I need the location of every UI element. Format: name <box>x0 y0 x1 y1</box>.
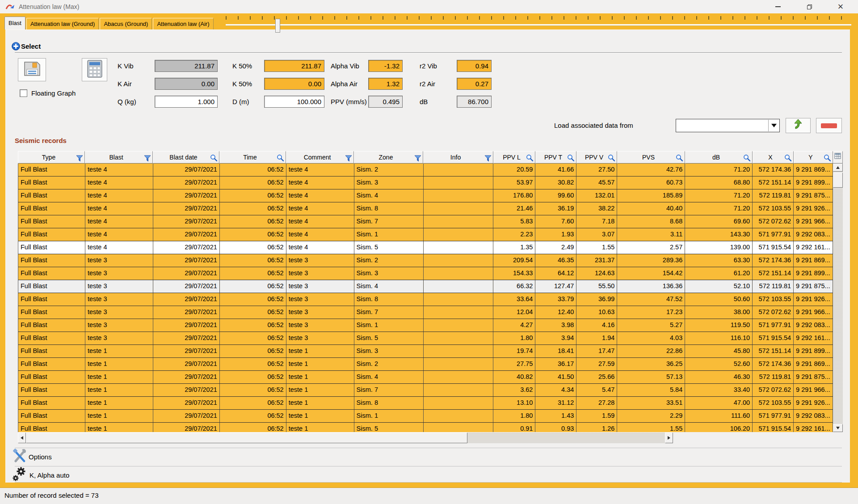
tab-attenuation-law-ground[interactable]: Attenuation law (Ground) <box>26 18 99 29</box>
search-icon[interactable] <box>277 154 284 165</box>
options-section-header[interactable]: Options <box>15 448 842 465</box>
cell-type: Full Blast <box>18 332 85 344</box>
load-data-combobox[interactable] <box>676 119 780 132</box>
combobox-dropdown-button[interactable] <box>768 120 779 131</box>
field-alpha-vib-0[interactable]: -1.32 <box>368 60 403 72</box>
cell-blast: teste 3 <box>85 332 153 344</box>
cell-blast-date: 29/07/2021 <box>153 345 220 357</box>
search-icon[interactable] <box>824 154 831 165</box>
search-icon[interactable] <box>526 154 534 165</box>
add-select-icon <box>12 42 20 52</box>
scroll-right-button[interactable] <box>665 433 673 443</box>
search-icon[interactable] <box>676 154 683 165</box>
floating-graph-checkbox[interactable] <box>20 89 27 97</box>
column-header-db[interactable]: dB <box>685 151 753 164</box>
column-header-pvs[interactable]: PVS <box>617 151 685 164</box>
cell-ppv-l: 154.33 <box>493 267 535 280</box>
field-q-kg-2[interactable]: 1.000 <box>155 96 218 108</box>
cell-zone: Sism. 1 <box>354 228 424 241</box>
column-header-ppv-v[interactable]: PPV V <box>576 151 617 164</box>
table-row[interactable]: Full Blastteste 429/07/202106:52teste 4S… <box>18 228 833 241</box>
table-row[interactable]: Full Blastteste 329/07/202106:52teste 3S… <box>18 267 833 280</box>
close-button[interactable]: × <box>829 0 852 13</box>
table-row[interactable]: Full Blastteste 429/07/202106:52teste 4S… <box>18 215 833 228</box>
vertical-scroll-thumb[interactable] <box>833 172 843 188</box>
filter-icon[interactable] <box>345 154 352 165</box>
table-row[interactable]: Full Blastteste 429/07/202106:52teste 4S… <box>18 189 833 202</box>
search-icon[interactable] <box>567 154 575 165</box>
search-icon[interactable] <box>743 154 751 165</box>
column-header-ppv-l[interactable]: PPV L <box>493 151 535 164</box>
field-r2-vib-0[interactable]: 0.94 <box>457 60 492 72</box>
vertical-scrollbar[interactable] <box>833 164 843 432</box>
slider-groove[interactable] <box>226 24 851 26</box>
table-row[interactable]: Full Blastteste 329/07/202106:52teste 3S… <box>18 280 833 293</box>
column-header-info[interactable]: Info <box>423 151 493 164</box>
remove-data-button[interactable] <box>816 118 842 133</box>
column-header-time[interactable]: Time <box>219 151 286 164</box>
tab-blast[interactable]: Blast <box>4 17 25 29</box>
search-icon[interactable] <box>210 154 218 165</box>
table-row[interactable]: Full Blastteste 329/07/202106:52teste 3S… <box>18 254 833 267</box>
scroll-left-button[interactable] <box>18 433 26 443</box>
table-row[interactable]: Full Blastteste 129/07/202106:52teste 1S… <box>18 345 833 358</box>
select-section-title: Select <box>21 42 41 50</box>
column-header-type[interactable]: Type <box>18 151 85 164</box>
column-header-x[interactable]: X <box>753 151 794 164</box>
search-icon[interactable] <box>608 154 615 165</box>
scroll-down-button[interactable] <box>833 424 843 432</box>
minimize-button[interactable] <box>767 0 789 13</box>
column-header-blast[interactable]: Blast <box>85 151 153 164</box>
cell-comment: teste 4 <box>286 176 354 189</box>
table-row[interactable]: Full Blastteste 329/07/202106:52teste 3S… <box>18 293 833 306</box>
field-k-air-1: 0.00 <box>155 78 218 90</box>
k-alpha-auto-section-header[interactable]: K, Alpha auto <box>15 466 842 483</box>
table-row[interactable]: Full Blastteste 129/07/202106:52teste 1S… <box>18 397 833 410</box>
table-row[interactable]: Full Blastteste 129/07/202106:52teste 1S… <box>18 410 833 423</box>
table-corner-button[interactable] <box>833 151 843 164</box>
table-row[interactable]: Full Blastteste 429/07/202106:52teste 4S… <box>18 202 833 215</box>
field-k-50-0[interactable]: 211.87 <box>264 60 324 72</box>
table-row[interactable]: Full Blastteste 429/07/202106:52teste 4S… <box>18 241 833 254</box>
tab-attenuation-law-air[interactable]: Attenuation law (Air) <box>153 18 213 29</box>
table-header: TypeBlastBlast dateTimeCommentZoneInfoPP… <box>18 151 833 164</box>
table-row[interactable]: Full Blastteste 129/07/202106:52teste 1S… <box>18 384 833 397</box>
table-row[interactable]: Full Blastteste 329/07/202106:52teste 3S… <box>18 319 833 332</box>
cell-blast: teste 1 <box>85 358 153 370</box>
table-row[interactable]: Full Blastteste 329/07/202106:52teste 3S… <box>18 306 833 319</box>
cell-zone: Sism. 1 <box>354 410 424 422</box>
tab-abacus-ground[interactable]: Abacus (Ground) <box>100 18 152 29</box>
cell-time: 06:52 <box>220 358 286 370</box>
table-row[interactable]: Full Blastteste 129/07/202106:52teste 1S… <box>18 371 833 384</box>
load-data-button[interactable] <box>786 118 811 133</box>
table-row[interactable]: Full Blastteste 329/07/202106:52teste 3S… <box>18 332 833 345</box>
table-row[interactable]: Full Blastteste 129/07/202106:52teste 1S… <box>18 423 833 432</box>
save-button[interactable] <box>18 58 46 81</box>
column-header-ppv-t[interactable]: PPV T <box>535 151 576 164</box>
restore-button[interactable] <box>798 0 820 13</box>
column-header-comment[interactable]: Comment <box>286 151 354 164</box>
filter-icon[interactable] <box>144 154 151 165</box>
calculator-button[interactable] <box>82 58 107 81</box>
horizontal-scroll-thumb[interactable] <box>26 433 467 443</box>
filter-icon[interactable] <box>76 154 83 165</box>
filter-icon[interactable] <box>484 154 492 165</box>
filter-icon[interactable] <box>414 154 421 165</box>
scroll-up-button[interactable] <box>833 164 843 172</box>
column-label: Time <box>243 154 257 161</box>
slider-thumb[interactable] <box>275 19 280 33</box>
cell-ppv-l: 1.80 <box>493 332 535 344</box>
column-header-blast-date[interactable]: Blast date <box>153 151 219 164</box>
field-k-50-1[interactable]: 0.00 <box>264 78 324 90</box>
table-row[interactable]: Full Blastteste 129/07/202106:52teste 1S… <box>18 358 833 371</box>
field-r2-air-1[interactable]: 0.27 <box>457 78 492 90</box>
cell-info <box>424 215 494 228</box>
column-header-y[interactable]: Y <box>794 151 833 164</box>
table-row[interactable]: Full Blastteste 429/07/202106:52teste 4S… <box>18 176 833 189</box>
horizontal-scrollbar[interactable] <box>18 433 673 443</box>
column-header-zone[interactable]: Zone <box>354 151 423 164</box>
search-icon[interactable] <box>784 154 792 165</box>
field-d-m-2[interactable]: 100.000 <box>264 96 324 108</box>
table-row[interactable]: Full Blastteste 429/07/202106:52teste 4S… <box>18 164 833 176</box>
field-alpha-air-1[interactable]: 1.32 <box>368 78 403 90</box>
